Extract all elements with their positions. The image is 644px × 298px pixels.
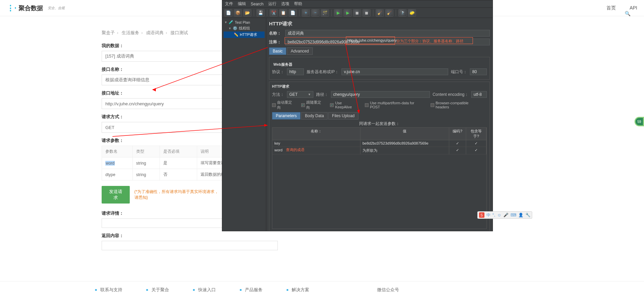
ime-mic-icon[interactable]: 🎤 <box>503 213 508 217</box>
check-follow-redirect[interactable]: 跟随重定向 <box>301 100 325 110</box>
start-icon[interactable]: ▶ <box>334 9 342 17</box>
label-api-name: 接口名称： <box>102 66 222 72</box>
footer-contact[interactable]: 联系与支持 <box>100 287 122 293</box>
label-method: 请求方式： <box>102 114 222 120</box>
ime-emoji-icon[interactable]: ☺ <box>497 213 501 217</box>
ime-toolbar[interactable]: S 中 °, ☺ 🎤 ⌨ 👤 🔧 <box>477 211 532 219</box>
menu-search[interactable]: Search <box>251 2 264 6</box>
menu-run[interactable]: 运行 <box>268 1 276 7</box>
col-encode: 编码? <box>449 128 466 140</box>
check-icon: ✓ <box>466 147 486 154</box>
web-body: 聚盒子› 生活服务› 成语词典› 接口测试 我的数据： [157] 成语词典 接… <box>0 16 222 250</box>
tree-test-plan[interactable]: ▼🧪Test Plan <box>224 19 265 25</box>
new-icon[interactable]: 📄 <box>224 9 232 17</box>
clear-all-icon[interactable]: 🧹 <box>385 9 393 17</box>
footer-wechat: 微信公众号 <box>377 287 399 293</box>
annotation-params-note: 查询的成语 <box>286 147 305 152</box>
menu-file[interactable]: 文件 <box>225 1 233 7</box>
annotation-red-note: 分为三个部分：协议、服务器名称、路径 <box>396 39 463 44</box>
method-select[interactable]: GET▼ <box>287 91 313 98</box>
server-input[interactable] <box>341 68 448 75</box>
basic-advanced-tabs: Basic Advanced <box>269 47 490 55</box>
logo-subtext: 安全、合规 <box>48 6 65 10</box>
check-keepalive[interactable]: Use KeepAlive <box>330 101 359 109</box>
panel-title: HTTP请求 <box>269 21 490 27</box>
col-value: 值 <box>360 128 449 140</box>
expand-icon[interactable]: ＋ <box>302 9 310 17</box>
shutdown-icon[interactable]: ◼ <box>362 9 371 17</box>
protocol-label: 协议： <box>272 69 284 75</box>
tab-advanced[interactable]: Advanced <box>287 47 312 55</box>
breadcrumb: 聚盒子› 生活服务› 成语词典› 接口测试 <box>102 30 222 36</box>
encoding-input[interactable] <box>471 91 487 98</box>
crumb-3: 接口测试 <box>170 30 188 35</box>
port-label: 端口号： <box>451 69 467 75</box>
web-server-title: Web服务器 <box>272 62 294 67</box>
server-label: 服务器名称或IP： <box>307 69 339 75</box>
cut-icon[interactable]: ✂️ <box>270 9 278 17</box>
protocol-input[interactable] <box>287 68 304 75</box>
crumb-1[interactable]: 生活服务 <box>122 30 139 35</box>
tree-http-request[interactable]: ✏️HTTP请求 <box>224 31 265 38</box>
jmeter-main: HTTP请求 名称： 注释： http://v.juhe.cn/chengyu/… <box>266 18 493 231</box>
ime-tool-icon[interactable]: 🔧 <box>525 213 531 217</box>
start-no-timers-icon[interactable]: ▶ <box>344 9 352 17</box>
param-tabs: Parameters Body Data Files Upload <box>272 112 487 120</box>
paste-icon[interactable]: 📄 <box>289 9 297 17</box>
ime-punct-icon[interactable]: °, <box>493 213 495 217</box>
check-browser-compat[interactable]: Browser-compatible headers <box>431 101 483 109</box>
name-input[interactable] <box>285 30 490 37</box>
jmeter-toolbar: 📄 📦 📂 💾 ✂️ 📋 📄 ＋ － 🪄 ▶ ▶ ◼ ◼ 🧹 🧹 🔭 🧽 <box>222 8 493 18</box>
menu-help[interactable]: 帮助 <box>294 1 302 7</box>
label-resp: 返回内容： <box>102 233 222 239</box>
search-tb-icon[interactable]: 🔭 <box>398 9 407 17</box>
nav-api[interactable]: API <box>629 5 637 11</box>
logo: ⋮⋅ 聚合数据 安全、合规 <box>7 4 65 13</box>
save-icon[interactable]: 💾 <box>256 9 265 17</box>
open-icon[interactable]: 📂 <box>243 9 251 17</box>
check-icon: ✓ <box>449 140 466 147</box>
footer-about[interactable]: 关于聚合 <box>151 287 169 293</box>
check-icon: ✓ <box>466 140 486 147</box>
footer-solution[interactable]: 解决方案 <box>292 287 309 293</box>
side-badge[interactable]: 59 <box>635 117 644 126</box>
tab-files-upload[interactable]: Files Upload <box>328 112 358 120</box>
search-icon[interactable]: 🔍 <box>625 11 630 16</box>
grid-caption: 同请求一起发送参数： <box>272 121 487 127</box>
web-footer: ■联系与支持 ■关于聚合 ■快速入口 ■产品服务 ■解决方案 微信公众号 <box>0 281 644 298</box>
tab-parameters[interactable]: Parameters <box>272 112 300 120</box>
tab-basic[interactable]: Basic <box>269 47 286 55</box>
clear-icon[interactable]: 🧹 <box>376 9 384 17</box>
send-hint: (*为了准确性，所有请求均基于真实环境请求，请悉知) <box>134 189 222 200</box>
check-multipart[interactable]: Use multipart/form-data for POST <box>365 101 425 109</box>
collapse-icon[interactable]: － <box>311 9 319 17</box>
encoding-label: Content encoding： <box>433 92 469 98</box>
crumb-2[interactable]: 成语词典 <box>146 30 164 35</box>
toggle-icon[interactable]: 🪄 <box>321 9 329 17</box>
tab-body-data[interactable]: Body Data <box>301 112 328 120</box>
check-auto-redirect[interactable]: 自动重定向 <box>272 100 296 110</box>
crumb-0[interactable]: 聚盒子 <box>102 30 115 35</box>
jmeter-menubar: 文件 编辑 Search 运行 选项 帮助 <box>222 0 493 8</box>
footer-product[interactable]: 产品服务 <box>245 287 263 293</box>
templates-icon[interactable]: 📦 <box>234 9 242 17</box>
copy-icon[interactable]: 📋 <box>279 9 287 17</box>
nav-home[interactable]: 首页 <box>606 5 616 11</box>
resp-field[interactable] <box>102 241 278 250</box>
reset-search-icon[interactable]: 🧽 <box>408 9 416 17</box>
http-req-title: HTTP请求 <box>272 84 487 89</box>
footer-quick[interactable]: 快速入口 <box>198 287 216 293</box>
ime-settings-icon[interactable]: 👤 <box>518 213 523 217</box>
menu-options[interactable]: 选项 <box>281 1 289 7</box>
stop-icon[interactable]: ◼ <box>353 9 361 17</box>
grid-row-0[interactable]: key be8d2bc07523d996d8c8926a9087569e ✓ ✓ <box>272 140 486 147</box>
ime-lang[interactable]: 中 <box>486 212 491 218</box>
tree-thread-group[interactable]: ▼⚙️线程组 <box>224 25 265 31</box>
path-input[interactable] <box>331 91 430 98</box>
menu-edit[interactable]: 编辑 <box>238 1 246 7</box>
port-input[interactable] <box>470 68 487 75</box>
comment-label: 注释： <box>269 39 283 45</box>
ime-keyboard-icon[interactable]: ⌨ <box>511 213 516 217</box>
top-nav: 首页 API <box>606 5 637 11</box>
send-button[interactable]: 发送请求 <box>102 186 130 204</box>
